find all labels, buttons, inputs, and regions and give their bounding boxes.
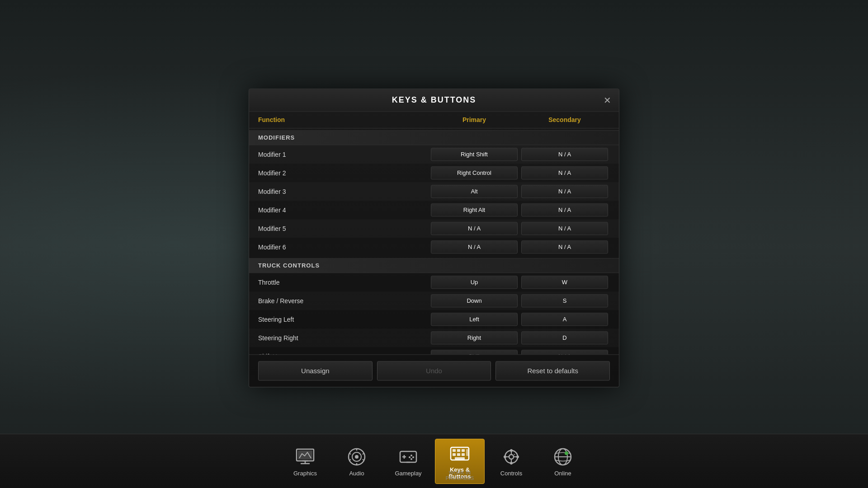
svg-point-18 — [412, 456, 414, 458]
primary-key-btn[interactable]: Alt — [431, 185, 518, 198]
svg-line-10 — [363, 460, 364, 461]
secondary-key-btn[interactable]: N / A — [521, 203, 608, 216]
secondary-key-btn[interactable]: N / A — [521, 240, 608, 253]
primary-key-btn[interactable]: Right — [431, 331, 518, 344]
controls-icon — [500, 446, 523, 468]
primary-key-btn[interactable]: N / A — [431, 240, 518, 253]
close-button[interactable]: ✕ — [601, 94, 613, 107]
col-header-function: Function — [258, 116, 429, 123]
svg-rect-27 — [457, 453, 460, 456]
nav-label-controls: Controls — [500, 470, 522, 477]
nav-item-graphics[interactable]: Graphics — [280, 439, 330, 484]
keys-buttons-dialog: KEYS & BUTTONS ✕ Function Primary Second… — [249, 89, 619, 387]
dialog-title-bar: KEYS & BUTTONS ✕ — [249, 89, 619, 112]
section-truck-controls: TRUCK CONTROLS — [249, 258, 619, 273]
function-label: Modifier 3 — [258, 188, 429, 195]
primary-key-btn[interactable]: Right Control — [431, 166, 518, 179]
svg-point-20 — [410, 458, 412, 460]
reset-defaults-button[interactable]: Reset to defaults — [495, 361, 610, 380]
secondary-key-btn[interactable]: N / A — [521, 166, 608, 179]
secondary-key-btn[interactable]: N / A — [521, 185, 608, 198]
dialog-title: KEYS & BUTTONS — [392, 95, 476, 105]
secondary-key-btn[interactable]: D — [521, 331, 608, 344]
svg-line-13 — [349, 453, 351, 455]
primary-key-btn[interactable]: Up — [431, 276, 518, 289]
col-header-primary: Primary — [429, 116, 519, 123]
dialog-overlay: KEYS & BUTTONS ✕ Function Primary Second… — [249, 89, 619, 387]
nav-label-audio: Audio — [349, 470, 364, 477]
nav-item-online[interactable]: Online — [538, 439, 588, 484]
table-row: Modifier 1 Right Shift N / A — [249, 145, 619, 164]
primary-key-btn[interactable]: Right Shift — [431, 148, 518, 161]
function-label: Modifier 2 — [258, 169, 429, 177]
gameplay-icon — [397, 446, 420, 468]
col-header-secondary: Secondary — [519, 116, 610, 123]
svg-point-19 — [409, 456, 410, 458]
dialog-footer: Unassign Undo Reset to defaults — [249, 354, 619, 387]
undo-button[interactable]: Undo — [377, 361, 491, 380]
function-label: Modifier 6 — [258, 244, 429, 251]
svg-rect-26 — [453, 453, 456, 456]
secondary-key-btn[interactable]: N / A — [521, 222, 608, 235]
table-row: Modifier 4 Right Alt N / A — [249, 201, 619, 219]
svg-point-7 — [355, 455, 359, 459]
nav-label-gameplay: Gameplay — [395, 470, 421, 477]
nav-label-graphics: Graphics — [293, 470, 317, 477]
function-label: Shift Up — [258, 353, 429, 355]
table-row: Brake / Reverse Down S — [249, 291, 619, 310]
secondary-key-btn[interactable]: N / A — [521, 350, 608, 354]
svg-line-9 — [363, 453, 364, 455]
secondary-key-btn[interactable]: N / A — [521, 148, 608, 161]
function-label: Steering Left — [258, 316, 429, 323]
table-row: Modifier 3 Alt N / A — [249, 182, 619, 201]
primary-key-btn[interactable]: Left — [431, 313, 518, 326]
audio-icon — [345, 446, 368, 468]
table-row: Throttle Up W — [249, 273, 619, 291]
svg-line-41 — [514, 454, 515, 455]
online-icon — [552, 446, 574, 468]
keys-buttons-icon — [448, 443, 471, 465]
table-row: Steering Left Left A — [249, 310, 619, 328]
svg-rect-30 — [466, 449, 469, 456]
svg-rect-24 — [457, 449, 460, 452]
nav-item-gameplay[interactable]: Gameplay — [383, 439, 433, 484]
table-row: Modifier 6 N / A N / A — [249, 238, 619, 256]
primary-key-btn[interactable]: Down — [431, 294, 518, 307]
svg-rect-29 — [455, 457, 465, 460]
unassign-button[interactable]: Unassign — [258, 361, 373, 380]
svg-rect-28 — [462, 453, 465, 456]
table-row: Modifier 2 Right Control N / A — [249, 164, 619, 182]
function-label: Modifier 1 — [258, 151, 429, 158]
svg-rect-25 — [462, 449, 465, 452]
function-label: Modifier 5 — [258, 225, 429, 232]
secondary-key-btn[interactable]: A — [521, 313, 608, 326]
section-modifiers: MODIFIERS — [249, 130, 619, 145]
primary-key-btn[interactable]: Shift — [431, 350, 518, 354]
svg-point-32 — [509, 455, 514, 459]
table-row: Shift Up Shift N / A — [249, 347, 619, 354]
function-label: Throttle — [258, 279, 429, 286]
key-bindings-list[interactable]: MODIFIERS Modifier 1 Right Shift N / A M… — [249, 128, 619, 354]
function-label: Modifier 4 — [258, 206, 429, 214]
primary-key-btn[interactable]: N / A — [431, 222, 518, 235]
secondary-key-btn[interactable]: W — [521, 276, 608, 289]
nav-label-online: Online — [554, 470, 571, 477]
work-in-progress-label: WORK IN PROGRESS — [435, 470, 484, 481]
svg-point-45 — [565, 451, 568, 455]
primary-key-btn[interactable]: Right Alt — [431, 203, 518, 216]
nav-item-audio[interactable]: Audio — [332, 439, 382, 484]
function-label: Steering Right — [258, 334, 429, 342]
table-header: Function Primary Secondary — [249, 112, 619, 128]
svg-point-17 — [410, 455, 412, 456]
bottom-nav: Graphics Audio — [0, 434, 868, 488]
svg-line-12 — [349, 460, 351, 461]
nav-item-keys-buttons[interactable]: Keys &Buttons WORK IN PROGRESS — [435, 439, 485, 484]
table-row: Steering Right Right D — [249, 328, 619, 347]
function-label: Brake / Reverse — [258, 297, 429, 305]
table-row: Modifier 5 N / A N / A — [249, 219, 619, 238]
nav-item-controls[interactable]: Controls — [486, 439, 536, 484]
svg-rect-23 — [453, 449, 456, 452]
graphics-icon — [294, 446, 316, 468]
secondary-key-btn[interactable]: S — [521, 294, 608, 307]
